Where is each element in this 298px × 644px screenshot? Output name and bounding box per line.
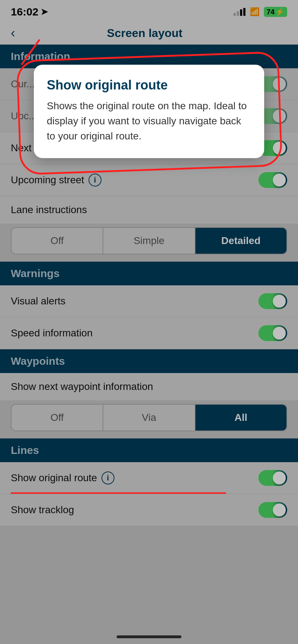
popup-card: Show original route Shows the original r… (34, 65, 264, 158)
popup-body: Shows the original route on the map. Ide… (47, 98, 251, 144)
svg-line-0 (22, 40, 40, 65)
popup-title: Show original route (47, 78, 251, 93)
popup-overlay: Show original route Shows the original r… (0, 0, 298, 644)
